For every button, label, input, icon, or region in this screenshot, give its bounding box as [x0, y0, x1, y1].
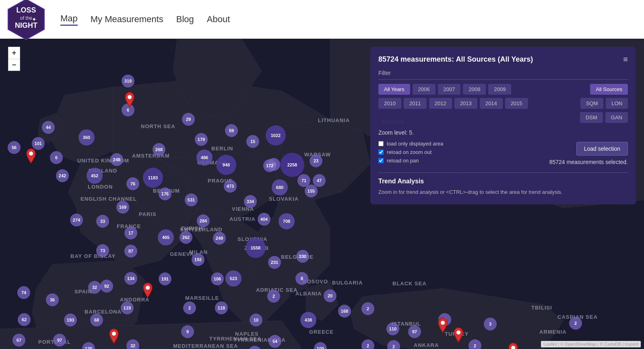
map-marker-red[interactable]	[508, 342, 519, 349]
map-cluster[interactable]: 23	[310, 154, 322, 167]
source-btn-dsm[interactable]: DSM	[580, 112, 603, 123]
map-cluster[interactable]: 452	[87, 168, 103, 184]
year-btn-2011[interactable]: 2011	[404, 98, 427, 109]
map-cluster[interactable]: 68	[90, 314, 103, 326]
year-btn-2007[interactable]: 2007	[438, 84, 461, 95]
nav-about[interactable]: About	[207, 14, 230, 25]
map-cluster[interactable]: 92	[100, 280, 113, 293]
zoom-out-button[interactable]: −	[8, 59, 20, 71]
nav-my-measurements[interactable]: My Measurements	[91, 14, 163, 25]
map-cluster[interactable]: 2	[183, 301, 196, 314]
map-marker-red[interactable]	[124, 91, 135, 109]
map-cluster[interactable]: 67	[12, 334, 25, 347]
map-cluster[interactable]: 438	[300, 312, 316, 328]
map-cluster[interactable]: 155	[305, 185, 318, 197]
map-cluster[interactable]: 32	[126, 339, 139, 349]
map-cluster[interactable]: 948	[216, 155, 236, 175]
map-cluster[interactable]: 2	[569, 317, 582, 330]
filter-icon[interactable]: ≡	[623, 55, 628, 64]
year-btn-2014[interactable]: 2014	[480, 98, 503, 109]
map-cluster[interactable]: 192	[192, 253, 204, 266]
map-cluster[interactable]: 110	[386, 322, 399, 335]
map-cluster[interactable]: 680	[272, 179, 288, 195]
map-cluster[interactable]: 106	[211, 272, 224, 285]
map-cluster[interactable]: 62	[18, 313, 31, 326]
map-cluster[interactable]: 17	[124, 226, 137, 239]
map-cluster[interactable]: 32	[88, 281, 101, 294]
source-btn-lon[interactable]: LON	[606, 98, 628, 109]
map-cluster[interactable]: 29	[182, 113, 195, 126]
load-only-display-checkbox[interactable]	[378, 141, 384, 146]
map-cluster[interactable]: 268	[153, 143, 165, 156]
map-cluster[interactable]: 76	[126, 177, 139, 190]
map-marker-red[interactable]	[108, 328, 120, 346]
map-cluster[interactable]: 97	[408, 325, 421, 338]
source-btn-all[interactable]: All Sources	[590, 84, 628, 95]
year-btn-2010[interactable]: 2010	[378, 98, 401, 109]
map-cluster[interactable]: 119	[121, 301, 134, 314]
map-cluster[interactable]: 1183	[143, 168, 163, 188]
map-cluster[interactable]: 319	[122, 75, 134, 87]
map-cluster[interactable]: 118	[215, 301, 228, 314]
map-cluster[interactable]: 179	[195, 133, 208, 146]
map-cluster[interactable]: 191	[159, 272, 171, 285]
map-cluster[interactable]: 36	[46, 293, 59, 306]
map-cluster[interactable]: 71	[297, 174, 310, 187]
map-cluster[interactable]: 3	[484, 318, 497, 330]
zoom-in-button[interactable]: +	[8, 47, 20, 59]
map-cluster[interactable]: 134	[124, 272, 137, 285]
map-cluster[interactable]: 54	[268, 335, 281, 348]
map-cluster[interactable]: 2	[361, 339, 374, 349]
reload-on-zoom-checkbox[interactable]	[378, 150, 384, 155]
map-cluster[interactable]: 404	[258, 213, 270, 226]
map-cluster[interactable]: 231	[268, 256, 281, 269]
map-cluster[interactable]: 168	[338, 305, 351, 318]
map-cluster[interactable]: 56	[8, 141, 21, 154]
map-cluster[interactable]: 47	[313, 174, 326, 187]
map-cluster[interactable]: 6	[50, 151, 63, 164]
nav-map[interactable]: Map	[60, 13, 78, 26]
map-cluster[interactable]: 708	[279, 213, 295, 229]
map-cluster[interactable]: 274	[70, 214, 83, 226]
map-cluster[interactable]: 523	[225, 270, 242, 287]
map-cluster[interactable]: 97	[53, 334, 66, 347]
nav-blog[interactable]: Blog	[176, 14, 194, 25]
map-cluster[interactable]: 473	[224, 180, 237, 193]
map-cluster[interactable]: 8	[295, 272, 308, 285]
map-cluster[interactable]: 248	[110, 153, 123, 166]
map-cluster[interactable]: 262	[180, 231, 192, 244]
map-cluster[interactable]: 531	[185, 193, 198, 206]
map-cluster[interactable]: 334	[244, 195, 257, 208]
year-btn-2013[interactable]: 2013	[454, 98, 477, 109]
map-cluster[interactable]: 249	[213, 232, 226, 245]
map-cluster[interactable]: 15	[246, 135, 259, 148]
year-btn-2009[interactable]: 2009	[488, 84, 511, 95]
year-btn-2008[interactable]: 2008	[463, 84, 486, 95]
map-marker-red[interactable]	[142, 282, 153, 300]
source-btn-gan[interactable]: GAN	[605, 112, 628, 123]
map-cluster[interactable]: 73	[96, 244, 109, 257]
map-marker-red[interactable]	[453, 327, 464, 345]
source-btn-sqm[interactable]: SQM	[580, 98, 604, 109]
map-cluster[interactable]: 33	[96, 215, 109, 228]
map-cluster[interactable]: 87	[124, 245, 137, 258]
map-cluster[interactable]: 193	[64, 314, 77, 326]
map-cluster[interactable]: 2	[361, 302, 374, 315]
map-cluster[interactable]: 2258	[280, 153, 304, 177]
map-cluster[interactable]: 172	[263, 159, 276, 172]
map-cluster[interactable]: 10	[250, 314, 262, 326]
map-cluster[interactable]: 2	[267, 290, 280, 303]
map-cluster[interactable]: 330	[296, 250, 309, 263]
year-btn-2012[interactable]: 2012	[429, 98, 452, 109]
map-cluster[interactable]: 9	[181, 325, 194, 338]
map-cluster[interactable]: 44	[42, 121, 55, 134]
load-selection-button[interactable]: Load selection	[576, 142, 628, 156]
map-cluster[interactable]: 176	[159, 187, 171, 200]
map-container[interactable]: FRANCEGERMANYENGLANDEnglish ChannelBay o…	[0, 39, 644, 349]
map-cluster[interactable]: 486	[196, 150, 213, 166]
year-btn-all[interactable]: All Years	[378, 84, 410, 95]
year-btn-2015[interactable]: 2015	[505, 98, 528, 109]
app-logo[interactable]: LOSS of the NIGHT ✦	[0, 0, 52, 39]
map-cluster[interactable]: 1558	[246, 238, 266, 258]
map-marker-red[interactable]	[25, 148, 37, 166]
